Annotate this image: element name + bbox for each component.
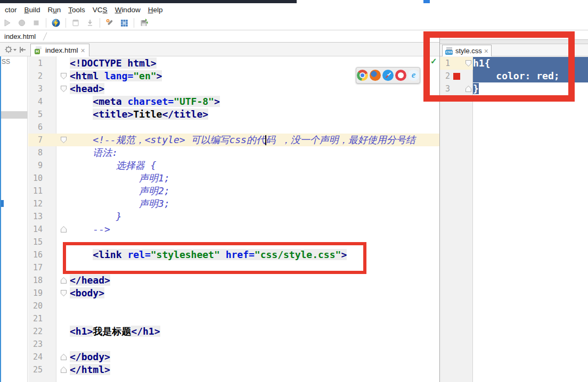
line-number[interactable]: 4 bbox=[28, 95, 56, 108]
code-text[interactable]: <meta charset="UTF-8"> bbox=[70, 95, 439, 108]
line-number[interactable]: 19 bbox=[28, 287, 56, 300]
line-number[interactable]: 18 bbox=[28, 274, 56, 287]
code-text[interactable] bbox=[70, 121, 439, 134]
fold-cell bbox=[56, 300, 70, 312]
project-selected-row[interactable] bbox=[0, 111, 28, 119]
ie-icon[interactable] bbox=[408, 70, 419, 81]
code-text[interactable]: </head> bbox=[70, 274, 439, 287]
toolbar-separator bbox=[46, 18, 46, 28]
code-text[interactable]: 语法: bbox=[70, 146, 439, 159]
menu-item-run[interactable]: Run bbox=[44, 6, 65, 14]
code-line: 11 声明2; bbox=[28, 185, 439, 197]
line-number[interactable]: 13 bbox=[28, 210, 56, 223]
code-line: 4 <meta charset="UTF-8"> bbox=[28, 95, 439, 108]
save-all-icon[interactable] bbox=[139, 18, 149, 28]
code-text[interactable]: 选择器 { bbox=[70, 159, 439, 172]
safari-icon[interactable] bbox=[382, 70, 394, 81]
fold-marker-icon[interactable] bbox=[61, 73, 67, 79]
line-number[interactable]: 7 bbox=[28, 134, 56, 146]
menu-item-vcs[interactable]: VCS bbox=[89, 6, 111, 14]
code-text[interactable]: 声明3; bbox=[70, 197, 439, 210]
line-number[interactable]: 10 bbox=[28, 172, 56, 185]
line-number[interactable]: 8 bbox=[28, 146, 56, 159]
fold-cell bbox=[56, 274, 70, 287]
line-number[interactable]: 23 bbox=[28, 338, 56, 351]
fold-cell bbox=[56, 146, 70, 159]
menu-item-ctor[interactable]: ctor bbox=[1, 6, 21, 14]
fold-marker-icon[interactable] bbox=[61, 354, 67, 360]
line-number[interactable]: 17 bbox=[28, 261, 56, 274]
gear-icon[interactable] bbox=[4, 45, 17, 54]
fold-marker-icon[interactable] bbox=[61, 367, 67, 373]
code-line: 10 声明1; bbox=[28, 172, 439, 185]
close-icon[interactable]: × bbox=[81, 47, 85, 54]
code-text[interactable] bbox=[70, 312, 439, 325]
code-text[interactable]: <head> bbox=[70, 82, 439, 95]
fold-cell bbox=[56, 223, 70, 236]
menu-item-tools[interactable]: Tools bbox=[64, 6, 89, 14]
code-text[interactable]: <title>Title</title> bbox=[70, 108, 439, 121]
coverage-run-icon[interactable] bbox=[51, 18, 61, 28]
chrome-icon[interactable] bbox=[357, 70, 368, 81]
code-text[interactable] bbox=[70, 300, 439, 312]
fold-cell bbox=[56, 363, 70, 376]
line-number[interactable]: 3 bbox=[28, 82, 56, 95]
scroll-from-source-icon[interactable] bbox=[18, 45, 27, 54]
line-number[interactable]: 1 bbox=[28, 57, 56, 70]
code-text[interactable]: --> bbox=[70, 223, 439, 236]
line-number[interactable]: 11 bbox=[28, 185, 56, 197]
menu-item-build[interactable]: Build bbox=[21, 6, 44, 14]
line-number[interactable]: 9 bbox=[28, 159, 56, 172]
fold-marker-icon[interactable] bbox=[61, 277, 67, 284]
fold-marker-icon[interactable] bbox=[61, 226, 67, 232]
project-structure-icon[interactable] bbox=[119, 18, 129, 28]
code-text[interactable]: 声明1; bbox=[70, 172, 439, 185]
fold-marker-icon[interactable] bbox=[61, 86, 67, 92]
html-file-icon: H bbox=[35, 46, 43, 54]
line-number[interactable]: 21 bbox=[28, 312, 56, 325]
line-number[interactable]: 15 bbox=[28, 236, 56, 248]
line-number[interactable]: 22 bbox=[28, 325, 56, 338]
toolbar-separator bbox=[100, 18, 100, 28]
code-line: 9 选择器 { bbox=[28, 159, 439, 172]
fold-cell bbox=[56, 121, 70, 134]
line-number[interactable]: 24 bbox=[28, 351, 56, 363]
fold-marker-icon[interactable] bbox=[61, 137, 67, 143]
tab-index-html[interactable]: H index.html × bbox=[30, 44, 89, 56]
annotation-rect-stylecss bbox=[423, 31, 575, 102]
menu-item-window[interactable]: Window bbox=[111, 6, 144, 14]
code-text[interactable]: } bbox=[70, 210, 439, 223]
code-line: 6 bbox=[28, 121, 439, 134]
code-text[interactable]: <!--规范，<style> 可以编写css的代码 ，没一个声明，最好使用分号结 bbox=[70, 134, 439, 146]
line-number[interactable]: 25 bbox=[28, 363, 56, 376]
line-number[interactable]: 12 bbox=[28, 197, 56, 210]
firefox-icon[interactable] bbox=[370, 70, 381, 81]
line-number[interactable]: 6 bbox=[28, 121, 56, 134]
code-text[interactable]: </body> bbox=[70, 351, 439, 363]
fold-cell bbox=[56, 172, 70, 185]
toolbar-separator bbox=[134, 18, 134, 28]
settings-wrench-icon[interactable] bbox=[105, 18, 115, 28]
line-number[interactable]: 16 bbox=[28, 248, 56, 261]
code-line: 14 --> bbox=[28, 223, 439, 236]
code-text[interactable] bbox=[70, 338, 439, 351]
line-number[interactable]: 14 bbox=[28, 223, 56, 236]
toolbar-separator bbox=[66, 18, 66, 28]
code-text[interactable]: <body> bbox=[70, 287, 439, 300]
line-number[interactable]: 20 bbox=[28, 300, 56, 312]
opera-icon[interactable] bbox=[395, 70, 406, 81]
main-toolbar bbox=[0, 16, 588, 30]
line-number[interactable]: 5 bbox=[28, 108, 56, 121]
code-text[interactable]: </html> bbox=[70, 363, 439, 376]
menu-bar: ctorBuildRunToolsVCSWindowHelp bbox=[0, 3, 588, 16]
code-text[interactable]: <h1>我是标题</h1> bbox=[70, 325, 439, 338]
breadcrumb[interactable]: index.html bbox=[4, 32, 36, 40]
line-number[interactable]: 2 bbox=[28, 70, 56, 82]
fold-marker-icon[interactable] bbox=[61, 290, 67, 296]
code-line: 12 声明3; bbox=[28, 197, 439, 210]
browser-popup bbox=[356, 67, 420, 84]
code-text[interactable]: 声明2; bbox=[70, 185, 439, 197]
menu-item-help[interactable]: Help bbox=[144, 6, 167, 14]
fold-cell bbox=[56, 210, 70, 223]
code-line: 5 <title>Title</title> bbox=[28, 108, 439, 121]
